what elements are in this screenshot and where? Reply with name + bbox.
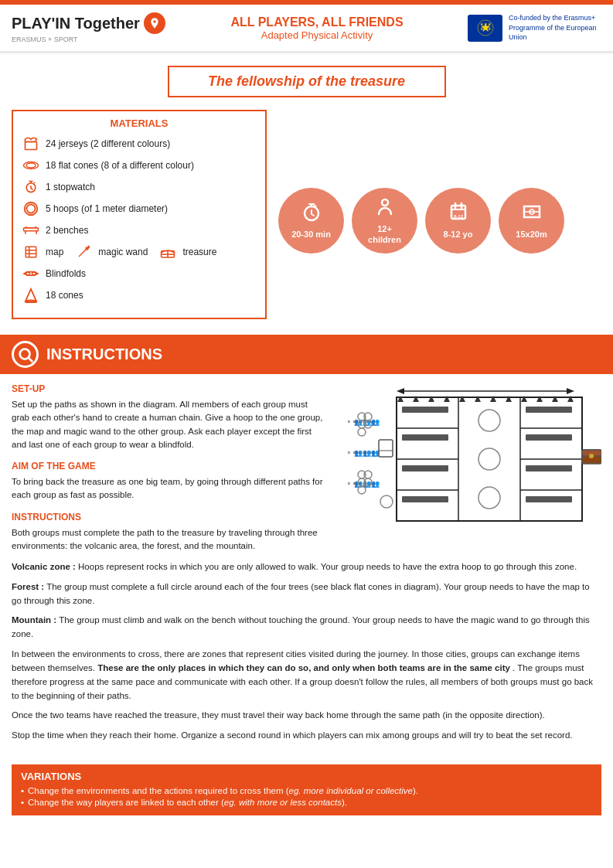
erasmus-sub: ERASMUS + SPORT: [12, 36, 78, 43]
eu-stars: ★ ★ ★ ★ ★ ★ ★ ★ ★: [468, 15, 502, 42]
title-box: The fellowship of the treasure: [168, 66, 446, 97]
svg-point-27: [32, 272, 36, 276]
material-wand: magic wand: [75, 243, 148, 260]
instructions-sub-text: Both groups must complete the path to th…: [12, 526, 327, 553]
hoops-label: 5 hoops (of 1 meter diameter): [46, 203, 168, 214]
svg-rect-6: [26, 142, 37, 150]
svg-line-15: [26, 226, 27, 228]
time-label: 20-30 min: [291, 230, 331, 240]
city-text-para: In between the environments to cross, th…: [12, 648, 601, 703]
logo-label: PLAY'IN Together: [12, 15, 140, 32]
svg-rect-64: [402, 465, 448, 471]
right-panel: 20-30 min 12+ children: [278, 110, 601, 319]
svg-point-11: [27, 205, 36, 213]
svg-point-33: [382, 199, 388, 206]
time-icon: [301, 201, 322, 227]
svg-point-70: [478, 410, 500, 431]
cones-label: 18 cones: [46, 290, 83, 301]
instructions-title: INSTRUCTIONS: [46, 345, 162, 363]
svg-point-72: [478, 487, 500, 509]
variation-text-1: Change the environments and the actions …: [28, 786, 418, 795]
instructions-search-icon: [12, 341, 39, 368]
materials-row: map magic wand: [22, 243, 256, 260]
page-title: The fellowship of the treasure: [181, 73, 433, 90]
svg-rect-67: [526, 434, 572, 441]
size-label: 15x20m: [516, 230, 547, 240]
material-cones: 18 cones: [22, 287, 256, 304]
forest-text: The group must complete a full circle ar…: [12, 582, 590, 605]
blindfolds-label: Blindfolds: [46, 268, 86, 279]
children-icon: [374, 196, 396, 222]
instructions-content: SET-UP Set up the paths as shown in the …: [0, 374, 613, 560]
svg-rect-68: [526, 465, 572, 471]
variation-item-1: • Change the environments and the action…: [21, 786, 592, 795]
main-instructions: Volcanic zone : Hoops represent rocks in…: [0, 560, 613, 757]
benches-label: 2 benches: [46, 225, 88, 236]
svg-rect-63: [402, 434, 448, 441]
variations-title: VARIATIONS: [21, 771, 592, 782]
blindfold-icon: [22, 265, 39, 282]
logo-area: PLAY'IN Together ERASMUS + SPORT: [12, 12, 166, 43]
bench-icon: [22, 222, 39, 239]
city-bold-text: These are the only places in which they …: [97, 663, 510, 672]
stopwatch-label: 1 stopwatch: [46, 182, 95, 192]
svg-text:8-12: 8-12: [453, 214, 463, 219]
eu-text: Co-funded by the Erasmus+ Programme of t…: [509, 13, 601, 43]
aim-heading: AIM OF THE GAME: [12, 459, 327, 473]
mountain-zone: Mountain : The group must climb and walk…: [12, 614, 601, 642]
forest-zone: Forest : The group must complete a full …: [12, 580, 601, 608]
materials-box: MATERIALS 24 jerseys (2 different colour…: [12, 110, 267, 319]
materials-title: MATERIALS: [22, 117, 256, 129]
material-benches: 2 benches: [22, 222, 256, 239]
stop-para: Stop the time when they reach their home…: [12, 729, 601, 743]
map-icon: [22, 243, 39, 260]
size-icon: [521, 201, 543, 227]
material-map: map: [22, 243, 63, 260]
eu-badge: ★ ★ ★ ★ ★ ★ ★ ★ ★ Co-funded by the Erasm…: [468, 13, 601, 43]
svg-point-8: [26, 163, 36, 168]
svg-line-43: [29, 358, 32, 362]
treasure-para: Once the two teams have reached the trea…: [12, 709, 601, 723]
svg-rect-17: [26, 247, 36, 257]
wand-icon: [75, 243, 92, 260]
svg-line-21: [79, 247, 88, 257]
age-label: 8-12 yo: [444, 230, 473, 240]
svg-point-42: [19, 349, 29, 359]
material-jerseys: 24 jerseys (2 different colours): [22, 135, 256, 152]
aim-text: To bring back the treasure as one big te…: [12, 475, 327, 502]
flat-cones-label: 18 flat cones (8 of a different colour): [46, 160, 194, 171]
bullet-1: •: [21, 786, 24, 795]
svg-rect-65: [402, 496, 448, 502]
mountain-bold: Mountain :: [12, 615, 56, 625]
svg-rect-66: [526, 407, 572, 413]
material-hoops: 5 hoops (of 1 meter diameter): [22, 200, 256, 217]
forest-bold: Forest :: [12, 582, 44, 591]
instructions-header: INSTRUCTIONS: [0, 335, 613, 374]
info-circle-children: 12+ children: [352, 188, 417, 254]
map-label: map: [46, 247, 63, 257]
svg-point-26: [26, 272, 30, 276]
cone-icon: [22, 287, 39, 304]
material-stopwatch: 1 stopwatch: [22, 179, 256, 196]
all-players-title: ALL PLAYERS, ALL FRIENDS: [166, 15, 468, 29]
variation-item-2: • Change the way players are linked to e…: [21, 798, 592, 807]
info-circle-size: 15x20m: [499, 188, 564, 254]
material-blindfolds: Blindfolds: [22, 265, 256, 282]
volcanic-text: Hoops represent rocks in which you are o…: [78, 562, 577, 571]
center-header: ALL PLAYERS, ALL FRIENDS Adapted Physica…: [166, 15, 468, 41]
volcanic-zone: Volcanic zone : Hoops represent rocks in…: [12, 560, 601, 574]
volcanic-bold: Volcanic zone :: [12, 562, 76, 571]
hoop-icon: [22, 200, 39, 217]
svg-point-100: [380, 495, 393, 508]
variation-text-2: Change the way players are linked to eac…: [28, 798, 347, 807]
setup-text: Set up the paths as shown in the diagram…: [12, 398, 327, 451]
adapted-text: Adapted Physical Activity: [166, 29, 468, 41]
instructions-diagram: 👥👥👥 👥👥👥 👥👥👥 ⚬⚬⚬⚬⚬ ⚬⚬⚬⚬⚬ ⚬⚬⚬⚬⚬: [339, 382, 601, 553]
svg-marker-46: [397, 388, 404, 394]
variations-box: VARIATIONS • Change the environments and…: [12, 764, 601, 815]
svg-point-94: [358, 428, 366, 436]
bullet-2: •: [21, 798, 24, 807]
svg-line-16: [36, 226, 37, 228]
wand-label: magic wand: [98, 247, 148, 257]
mountain-text: The group must climb and walk on the ben…: [12, 615, 590, 638]
